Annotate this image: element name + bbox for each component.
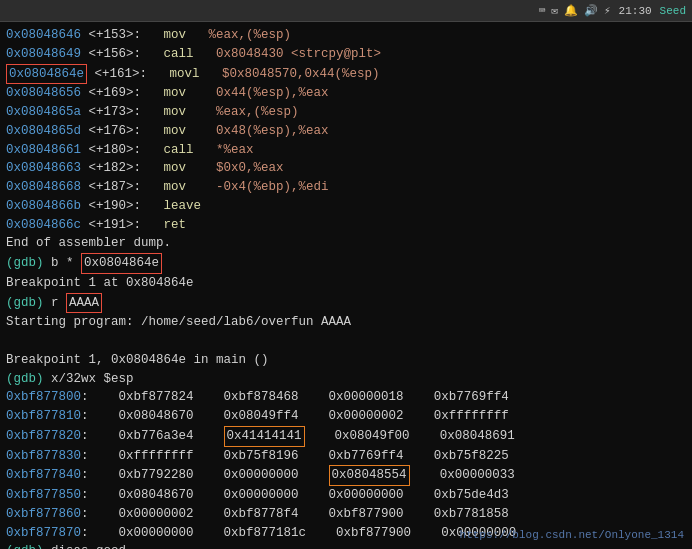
battery-icon: ⚡: [604, 4, 611, 17]
run-arg-highlight: AAAA: [66, 293, 102, 314]
starting-program: Starting program: /home/seed/lab6/overfu…: [6, 313, 686, 332]
taskbar-time: 21:30: [619, 5, 652, 17]
asm-line-7: 0x08048661 <+180>: call *%eax: [6, 141, 686, 160]
breakpoint-set: Breakpoint 1 at 0x804864e: [6, 274, 686, 293]
mem-line-5: 0xbf877840: 0xb7792280 0x00000000 0x0804…: [6, 465, 686, 486]
mem-line-3: 0xbf877820: 0xb776a3e4 0x41414141 0x0804…: [6, 426, 686, 447]
taskbar: ⌨ ✉ 🔔 🔊 ⚡ 21:30 Seed: [0, 0, 692, 22]
asm-line-3: 0x0804864e <+161>: movl $0x8048570,0x44(…: [6, 64, 686, 85]
gdb-disas-cmd: (gdb) disas good: [6, 542, 686, 549]
end-dump: End of assembler dump.: [6, 234, 686, 253]
mem-line-6: 0xbf877850: 0x08048670 0x00000000 0x0000…: [6, 486, 686, 505]
addr-highlight-864e: 0x0804864e: [6, 64, 87, 85]
break-addr-highlight: 0x0804864e: [81, 253, 162, 274]
volume-icon: 🔊: [584, 4, 598, 17]
asm-line-8: 0x08048663 <+182>: mov $0x0,%eax: [6, 159, 686, 178]
breakpoint-hit: Breakpoint 1, 0x0804864e in main (): [6, 351, 686, 370]
gdb-break-cmd: (gdb) b * 0x0804864e: [6, 253, 686, 274]
keyboard-icon: ⌨: [539, 4, 546, 17]
mem-line-4: 0xbf877830: 0xffffffff 0xb75f8196 0xb776…: [6, 447, 686, 466]
asm-line-1: 0x08048646 <+153>: mov %eax,(%esp): [6, 26, 686, 45]
taskbar-icons: ⌨ ✉ 🔔 🔊 ⚡: [539, 4, 611, 17]
good-addr-highlight: 0x08048554: [329, 465, 410, 486]
mail-icon: ✉: [551, 4, 558, 17]
bell-icon: 🔔: [564, 4, 578, 17]
blank-line: [6, 332, 686, 351]
taskbar-user: Seed: [660, 5, 686, 17]
aaaa-highlight: 0x41414141: [224, 426, 305, 447]
mem-line-1: 0xbf877800: 0xbf877824 0xbf878468 0x0000…: [6, 388, 686, 407]
terminal: 0x08048646 <+153>: mov %eax,(%esp) 0x080…: [0, 22, 692, 549]
asm-line-4: 0x08048656 <+169>: mov 0x44(%esp),%eax: [6, 84, 686, 103]
asm-line-10: 0x0804866b <+190>: leave: [6, 197, 686, 216]
asm-line-5: 0x0804865a <+173>: mov %eax,(%esp): [6, 103, 686, 122]
mem-line-7: 0xbf877860: 0x00000002 0xbf8778f4 0xbf87…: [6, 505, 686, 524]
gdb-examine-cmd: (gdb) x/32wx $esp: [6, 370, 686, 389]
asm-line-6: 0x0804865d <+176>: mov 0x48(%esp),%eax: [6, 122, 686, 141]
watermark: https://blog.csdn.net/Onlyone_1314: [460, 529, 684, 541]
gdb-run-cmd: (gdb) r AAAA: [6, 293, 686, 314]
mem-line-2: 0xbf877810: 0x08048670 0x08049ff4 0x0000…: [6, 407, 686, 426]
asm-line-9: 0x08048668 <+187>: mov -0x4(%ebp),%edi: [6, 178, 686, 197]
asm-line-2: 0x08048649 <+156>: call 0x8048430 <strcp…: [6, 45, 686, 64]
asm-line-11: 0x0804866c <+191>: ret: [6, 216, 686, 235]
